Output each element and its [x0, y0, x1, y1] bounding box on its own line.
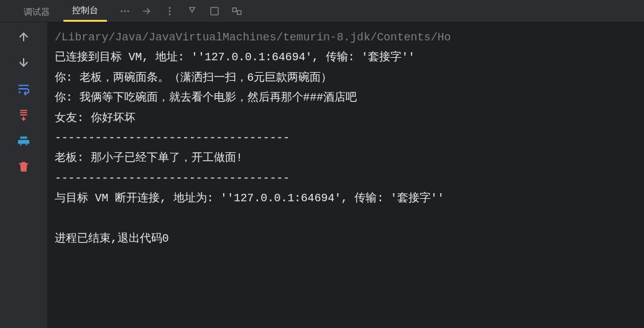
svg-point-3 [169, 7, 170, 9]
console-line: 进程已结束,退出代码0 [50, 229, 642, 248]
arrow-up-icon[interactable] [17, 30, 30, 43]
console-output[interactable]: /Library/Java/JavaVirtualMachines/temuri… [47, 22, 644, 328]
scroll-to-end-icon[interactable] [17, 108, 30, 122]
step-icon[interactable] [142, 6, 153, 17]
console-line: 女友: 你好坏坏 [50, 108, 642, 128]
svg-point-1 [124, 11, 126, 12]
console-line: 你: 老板，两碗面条。（潇洒扫一扫，6元巨款两碗面） [50, 68, 642, 88]
svg-rect-6 [211, 7, 218, 15]
svg-rect-8 [237, 11, 241, 14]
arrow-down-icon[interactable] [17, 56, 30, 70]
console-line: 与目标 VM 断开连接, 地址为: ''127.0.0.1:64694', 传输… [50, 188, 642, 208]
overflow-menu-icon[interactable] [119, 6, 131, 17]
console-side-toolbar [0, 22, 47, 328]
delete-icon[interactable] [17, 160, 30, 174]
print-icon[interactable] [17, 134, 30, 148]
main-area: /Library/Java/JavaVirtualMachines/temuri… [0, 22, 644, 328]
console-line: ----------------------------------- [50, 128, 642, 148]
tab-strip-icons [112, 6, 242, 22]
console-line: 已连接到目标 VM, 地址: ''127.0.0.1:64694', 传输: '… [50, 47, 642, 67]
svg-point-2 [127, 11, 129, 12]
more-icon[interactable] [164, 6, 175, 17]
svg-point-5 [169, 14, 170, 16]
console-line: ----------------------------------- [50, 168, 642, 188]
console-line-blank [50, 209, 642, 229]
console-line: 老板: 那小子已经下单了，开工做面! [50, 148, 642, 168]
debug-tabs-bar: 调试器 控制台 [0, 0, 644, 22]
soft-wrap-icon[interactable] [17, 82, 30, 96]
console-line: 你: 我俩等下吃碗面，就去看个电影，然后再那个###酒店吧 [50, 88, 642, 107]
svg-point-4 [169, 11, 170, 12]
tab-console[interactable]: 控制台 [63, 0, 107, 22]
svg-rect-7 [232, 8, 236, 12]
layout-icon[interactable] [231, 6, 242, 17]
settings-icon[interactable] [186, 6, 198, 17]
svg-point-0 [121, 11, 122, 12]
console-line: /Library/Java/JavaVirtualMachines/temuri… [50, 27, 642, 47]
tab-debugger[interactable]: 调试器 [15, 2, 58, 22]
view-icon[interactable] [209, 6, 220, 17]
